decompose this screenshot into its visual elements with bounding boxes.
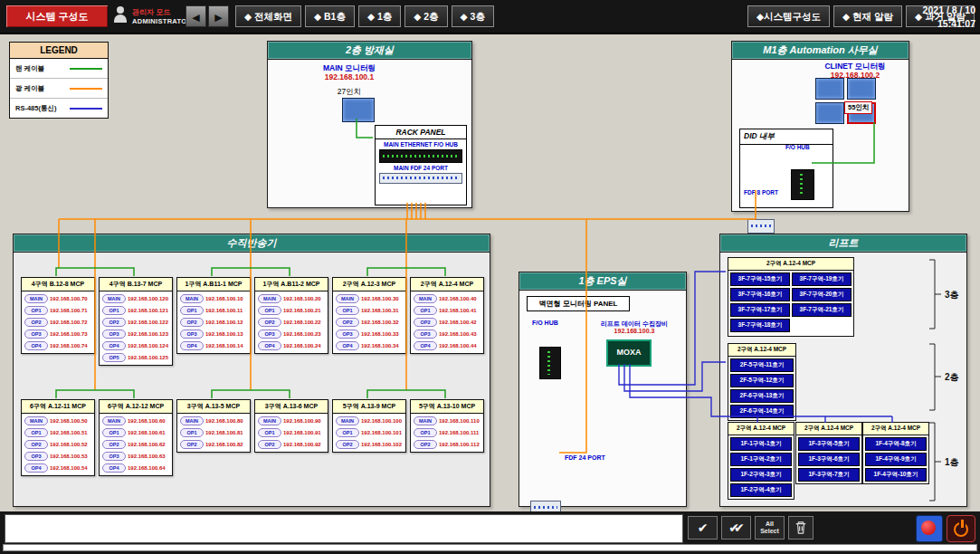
mcp-port-row: OP3192.168.100.73 xyxy=(22,327,94,339)
floor-nav-buttons: ◆ 전체화면◆ B1층◆ 1층◆ 2층◆ 3층 xyxy=(235,5,494,27)
port-ip: 192.168.100.81 xyxy=(205,430,243,435)
mcp-box[interactable]: 3구역 A.13-6 MCP MAIN192.168.100.90OP1192.… xyxy=(254,399,328,453)
lift-unit[interactable]: 3F-7구역-17호기 xyxy=(730,303,790,317)
main-monitor-ip: 192.168.100.1 xyxy=(295,72,404,81)
power-button[interactable] xyxy=(947,515,975,542)
lift-unit[interactable]: 3F-7구역-18호기 xyxy=(730,319,790,332)
port-badge: OP4 xyxy=(336,341,359,350)
lift-unit[interactable]: 1F-3구역-5호기 xyxy=(798,437,860,451)
mcp-box[interactable]: 2구역 A.12-4 MCP MAIN192.168.100.40OP1192.… xyxy=(410,277,484,354)
mcp-port-row: OP4192.168.100.124 xyxy=(100,339,172,350)
port-ip: 192.168.100.41 xyxy=(439,308,477,313)
lift-unit[interactable]: 2F-6구역-13호기 xyxy=(730,389,794,403)
port-ip: 192.168.100.43 xyxy=(439,331,477,337)
admin-mode-label: 관리자 모드 xyxy=(132,7,170,17)
ack-button[interactable]: ✔ xyxy=(688,516,718,540)
lift-unit[interactable]: 2F-5구역-12호기 xyxy=(730,374,794,387)
mcp-box[interactable]: 2구역 A.12-3 MCP MAIN192.168.100.30OP1192.… xyxy=(332,277,406,354)
user-icon xyxy=(113,6,128,26)
mcp-port-row: MAIN192.168.100.20 xyxy=(255,291,328,303)
lift-unit[interactable]: 3F-7구역-16호기 xyxy=(730,288,790,301)
ethernet-hub-device xyxy=(379,149,462,163)
monitor-size-label: 27인치 xyxy=(295,87,404,98)
port-badge: OP3 xyxy=(258,330,281,339)
mcp-box[interactable]: 1구역 A.B11-1 MCP MAIN192.168.100.10OP1192… xyxy=(176,277,251,354)
panel-conveyor: 수직반송기 4구역 B.12-8 MCP MAIN192.168.100.70O… xyxy=(13,234,490,507)
port-ip: 192.168.100.110 xyxy=(439,418,480,424)
lift-unit[interactable]: 3F-7구역-20호기 xyxy=(792,288,852,301)
hmi-screen: 시스템 구성도 관리자 모드 ADMINISTRATOR ◀ ▶ ◆ 전체화면◆… xyxy=(0,0,980,554)
lift-1f-a-units: 1F-1구역-1호기1F-1구역-2호기1F-2구역-3호기1F-2구역-4호기 xyxy=(728,437,794,497)
lift-unit[interactable]: 1F-3구역-7호기 xyxy=(798,468,860,482)
mcp-box[interactable]: 3구역 A.13-5 MCP MAIN192.168.100.80OP1192.… xyxy=(176,399,251,453)
port-ip: 192.168.100.101 xyxy=(361,430,402,435)
lift-unit[interactable]: 1F-1구역-1호기 xyxy=(730,437,792,451)
ack-all-button[interactable]: ✔✔ xyxy=(721,516,751,540)
lift-unit[interactable]: 1F-1구역-2호기 xyxy=(730,453,792,466)
lift-unit[interactable]: 2F-5구역-11호기 xyxy=(730,358,794,372)
eps-hub-device xyxy=(539,347,561,379)
time-label: 15:41:07 xyxy=(916,17,975,31)
mcp-port-row: OP3192.168.100.123 xyxy=(100,327,172,339)
lift-unit[interactable]: 1F-4구역-8호기 xyxy=(865,437,927,451)
rack-panel-title: RACK PANEL xyxy=(376,126,466,139)
lift-unit[interactable]: 1F-4구역-10호기 xyxy=(865,468,927,482)
mcp-port-row: OP2192.168.100.22 xyxy=(255,315,328,327)
mcp-port-row: OP1192.168.100.61 xyxy=(100,425,172,437)
view-button-0[interactable]: ◆시스템구성도 xyxy=(747,5,830,27)
nav-button-2[interactable]: ◆ 1층 xyxy=(358,5,401,27)
mcp-box[interactable]: 4구역 B.13-7 MCP MAIN192.168.100.120OP1192… xyxy=(99,277,173,366)
monitor-27inch xyxy=(342,98,375,122)
nav-button-4[interactable]: ◆ 3층 xyxy=(452,5,494,27)
all-select-button[interactable]: All Select xyxy=(755,516,785,540)
mcp-box[interactable]: 6구역 A.12-11 MCP MAIN192.168.100.50OP1192… xyxy=(21,399,95,476)
did-box: DID 내부 F/O HUB FDF 8 PORT xyxy=(739,129,833,208)
legend-row: 랜 케이블 xyxy=(10,59,108,79)
port-ip: 192.168.100.14 xyxy=(205,343,243,349)
lift-unit[interactable]: 3F-7구역-15호기 xyxy=(730,272,790,286)
mcp-title: 3구역 A.13-6 MCP xyxy=(255,400,328,414)
port-ip: 192.168.100.60 xyxy=(128,418,166,424)
port-ip: 192.168.100.40 xyxy=(439,296,477,301)
mcp-box[interactable]: 6구역 A.12-12 MCP MAIN192.168.100.60OP1192… xyxy=(99,399,173,476)
nav-button-0[interactable]: ◆ 전체화면 xyxy=(235,5,301,27)
lift-unit[interactable]: 1F-2구역-3호기 xyxy=(730,468,792,482)
lift-unit[interactable]: 3F-7구역-21호기 xyxy=(792,303,852,317)
lift-unit[interactable]: 1F-4구역-9호기 xyxy=(865,453,927,466)
mcp-box[interactable]: 5구역 A.13-10 MCP MAIN192.168.100.110OP119… xyxy=(410,399,484,453)
lift-mcp-group-1f-c: 2구역 A.12-4 MCP 1F-4구역-8호기1F-4구역-9호기1F-4구… xyxy=(862,422,929,484)
port-badge: MAIN xyxy=(258,294,281,303)
mcp-port-row: OP4192.168.100.74 xyxy=(22,339,94,350)
mcp-port-row: OP1192.168.100.41 xyxy=(411,303,483,315)
nav-button-1[interactable]: ◆ B1층 xyxy=(305,5,355,27)
date-label: 2021 / 8 / 10 xyxy=(916,4,975,17)
mcp-port-row: MAIN192.168.100.100 xyxy=(333,414,405,425)
mcp-port-row: MAIN192.168.100.10 xyxy=(177,291,250,303)
mcp-title: 2구역 A.12-4 MCP xyxy=(411,278,483,291)
system-diagram-title-button[interactable]: 시스템 구성도 xyxy=(6,5,108,27)
ethernet-hub-label: MAIN ETHERNET F/O HUB xyxy=(376,141,466,148)
port-badge: OP1 xyxy=(336,306,359,315)
mcp-port-row: OP4192.168.100.64 xyxy=(100,461,172,473)
view-button-1[interactable]: ◆ 현재 알람 xyxy=(833,5,902,27)
legend-line-sample xyxy=(70,88,102,90)
mcp-box[interactable]: 4구역 B.12-8 MCP MAIN192.168.100.70OP1192.… xyxy=(21,277,95,354)
emergency-stop-button[interactable] xyxy=(916,515,943,542)
mcp-port-row: OP4192.168.100.54 xyxy=(22,461,94,473)
lift-unit[interactable]: 1F-2구역-4호기 xyxy=(730,483,792,497)
mcp-title: 2구역 A.12-3 MCP xyxy=(333,278,405,291)
lift-unit[interactable]: 3F-7구역-19호기 xyxy=(792,272,852,286)
port-badge: OP1 xyxy=(180,306,204,315)
mcp-box[interactable]: 5구역 A.13-9 MCP MAIN192.168.100.100OP1192… xyxy=(332,399,406,453)
next-page-button[interactable]: ▶ xyxy=(208,5,229,27)
port-badge: OP1 xyxy=(258,428,281,437)
prev-page-button[interactable]: ◀ xyxy=(186,5,206,27)
nav-button-3[interactable]: ◆ 2층 xyxy=(404,5,447,27)
port-badge: OP5 xyxy=(102,353,126,362)
fo-hub-device xyxy=(791,169,814,200)
lift-unit[interactable]: 2F-6구역-14호기 xyxy=(730,405,794,418)
port-ip: 192.168.100.125 xyxy=(128,355,168,360)
mcp-box[interactable]: 1구역 A.B11-2 MCP MAIN192.168.100.20OP1192… xyxy=(254,277,328,354)
delete-button[interactable] xyxy=(788,516,813,540)
lift-unit[interactable]: 1F-3구역-6호기 xyxy=(798,453,860,466)
